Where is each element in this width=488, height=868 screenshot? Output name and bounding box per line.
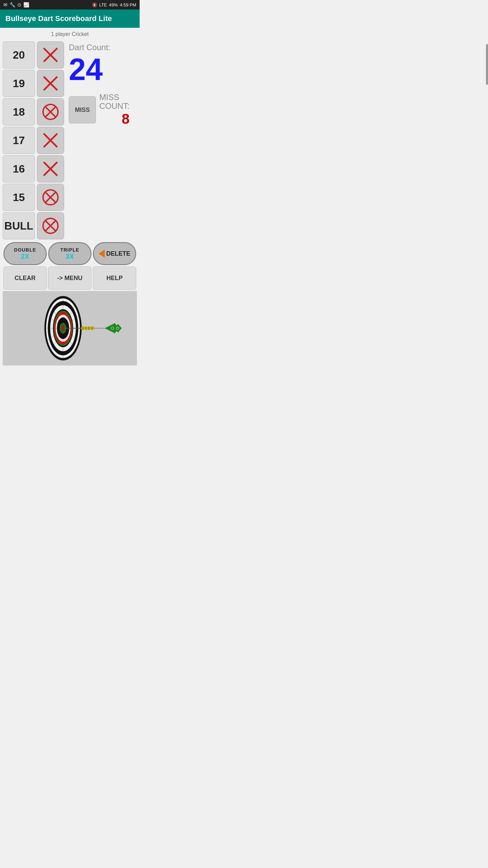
clear-button[interactable]: CLEAR [3,267,47,290]
dart-svg [62,321,123,335]
dart-count-value: 24 [69,54,103,85]
mark-18[interactable] [37,98,64,125]
score-area: 20 19 18 17 16 15 BULL [3,41,137,239]
triple-label-bottom: 3X [66,253,74,260]
mark-16[interactable] [37,155,64,182]
miss-row: MISS MISS COUNT: 8 [69,93,129,127]
miss-count-area: MISS COUNT: 8 [99,93,129,127]
score-btn-20[interactable]: 20 [3,41,35,68]
double-label-bottom: 2X [21,253,29,260]
mark-17[interactable] [37,127,64,154]
wrench-icon: 🔧 [9,2,15,7]
bottom-row: CLEAR -> MENU HELP [3,267,137,290]
dartboard-area [3,291,137,366]
svg-rect-37 [85,327,87,330]
miss-count-value: 8 [122,111,129,127]
menu-button[interactable]: -> MENU [48,267,92,290]
miss-button[interactable]: MISS [69,96,96,123]
delete-button[interactable]: DELETE [93,242,136,265]
status-left-icons: ✉ 🔧 ⊙ 📈 [3,2,29,7]
miss-count-label: MISS COUNT: [99,93,129,111]
delete-label: DELETE [106,250,130,257]
mail-icon: ✉ [3,2,7,7]
main-content: 20 19 18 17 16 15 BULL [0,39,140,369]
mark-bull[interactable] [37,212,64,239]
right-panel: Dart Count: 24 MISS MISS COUNT: 8 [64,41,137,127]
triple-button[interactable]: TRIPLE 3X [48,242,92,265]
app-bar: Bullseye Dart Scoreboard Lite [0,9,140,28]
svg-point-44 [116,327,119,330]
svg-rect-36 [82,327,84,330]
chart-icon: 📈 [23,2,29,7]
status-right-info: 🔇 LTE 49% 4:59 PM [92,2,136,7]
triple-label-top: TRIPLE [60,247,79,253]
status-bar: ✉ 🔧 ⊙ 📈 🔇 LTE 49% 4:59 PM [0,0,140,9]
score-btn-16[interactable]: 16 [3,155,35,182]
number-column: 20 19 18 17 16 15 BULL [3,41,35,239]
help-button[interactable]: HELP [93,267,136,290]
mark-column [37,41,64,239]
time-display: 4:59 PM [120,2,136,7]
download-icon: ⊙ [17,2,21,7]
game-mode-label: 1 player Cricket [0,28,140,39]
double-label-top: DOUBLE [14,247,36,253]
mark-19[interactable] [37,70,64,97]
svg-rect-38 [88,327,90,330]
svg-point-43 [111,327,114,330]
delete-btn-inner: DELETE [99,250,130,258]
battery-level: 49% [109,2,118,7]
svg-rect-39 [91,327,93,330]
dart-count-label: Dart Count: [69,43,110,52]
score-btn-15[interactable]: 15 [3,184,35,211]
delete-arrow-icon [99,250,105,258]
score-btn-bull[interactable]: BULL [3,212,35,239]
mark-20[interactable] [37,41,64,68]
app-title: Bullseye Dart Scoreboard Lite [5,14,112,23]
signal-strength: LTE [99,2,107,7]
mute-icon: 🔇 [92,2,97,7]
score-btn-17[interactable]: 17 [3,127,35,154]
score-btn-18[interactable]: 18 [3,98,35,125]
dart-illustration [62,321,123,335]
mark-15[interactable] [37,184,64,211]
score-btn-19[interactable]: 19 [3,70,35,97]
action-row: DOUBLE 2X TRIPLE 3X DELETE [3,242,137,265]
double-button[interactable]: DOUBLE 2X [3,242,47,265]
